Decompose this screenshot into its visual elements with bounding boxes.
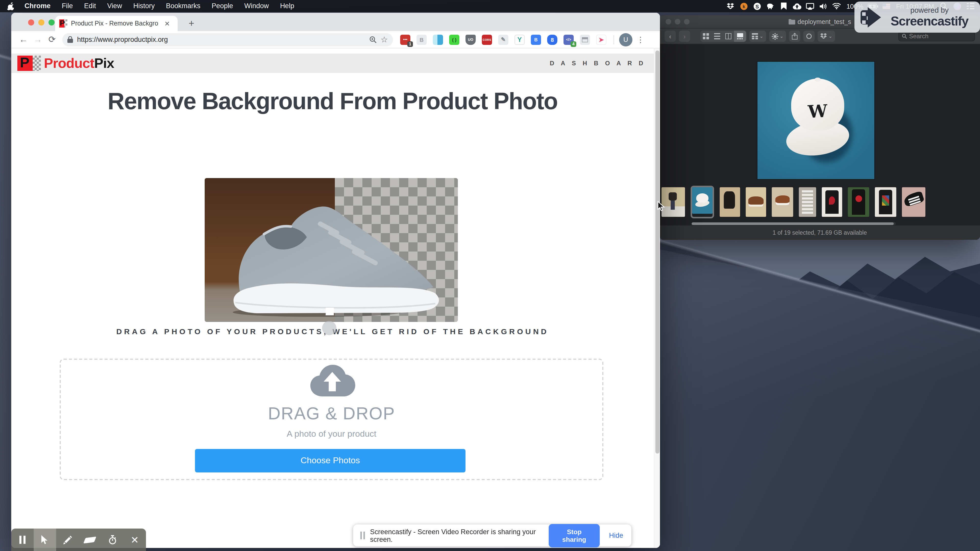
skype-menubar-icon[interactable]: S bbox=[752, 0, 763, 12]
cloud-upload-menubar-icon[interactable] bbox=[791, 0, 803, 12]
extension-cors-icon[interactable]: CORS bbox=[482, 35, 492, 44]
thumbnail-black-tshirt-red[interactable] bbox=[822, 187, 842, 217]
finder-back-button[interactable]: ‹ bbox=[665, 30, 676, 42]
extension-y-logo-icon[interactable]: Y bbox=[514, 35, 525, 44]
extension-buffer-icon[interactable]: B bbox=[417, 35, 427, 44]
pen-tool-button[interactable] bbox=[56, 529, 79, 551]
chrome-window-controls[interactable] bbox=[28, 19, 55, 25]
choose-photos-button[interactable]: Choose Photos bbox=[195, 449, 466, 472]
extension-window-icon[interactable] bbox=[580, 35, 590, 44]
forward-button[interactable]: → bbox=[30, 32, 45, 47]
tab-close-icon[interactable]: ✕ bbox=[164, 20, 170, 27]
logo-p-block: P bbox=[18, 56, 33, 71]
dropbox-toolbar-button[interactable]: ⌄ bbox=[818, 30, 835, 42]
thumbnail-brown-shoe[interactable] bbox=[772, 187, 793, 217]
group-by-button[interactable]: ⌄ bbox=[749, 30, 766, 42]
screencastify-brand-text: Screencastify bbox=[891, 14, 968, 28]
screen-sharing-notification: Screencastify - Screen Video Recorder is… bbox=[353, 524, 632, 546]
scrollbar-thumb[interactable] bbox=[655, 51, 659, 454]
eraser-tool-button[interactable] bbox=[79, 529, 101, 551]
zoom-icon[interactable] bbox=[369, 36, 376, 43]
screencastify-overlay: powered by Screencastify bbox=[854, 2, 980, 33]
thumbnail-black-tshirt-graphic[interactable] bbox=[875, 187, 896, 217]
stop-sharing-button[interactable]: Stop sharing bbox=[549, 524, 600, 547]
pause-recording-button[interactable] bbox=[11, 529, 34, 551]
scrollbar-thumb[interactable] bbox=[692, 222, 894, 225]
extension-arrow-icon[interactable]: ➤ bbox=[596, 35, 606, 44]
extension-ublock-origin-icon[interactable]: UO bbox=[466, 35, 476, 44]
back-button[interactable]: ← bbox=[16, 32, 30, 47]
chrome-scrollbar[interactable] bbox=[654, 48, 660, 548]
menubar-item-help[interactable]: Help bbox=[274, 0, 300, 12]
extension-code-brackets-icon[interactable]: ( ) bbox=[449, 35, 460, 44]
airplay-menubar-icon[interactable] bbox=[805, 0, 816, 12]
menubar-item-edit[interactable]: Edit bbox=[79, 0, 102, 12]
gallery-view-button[interactable] bbox=[734, 30, 746, 42]
column-view-button[interactable] bbox=[723, 30, 734, 42]
url-text[interactable]: https://www.proproductpix.org bbox=[77, 36, 365, 43]
dropbox-menubar-icon[interactable] bbox=[725, 0, 736, 12]
page-title: Remove Background From Product Photo bbox=[11, 87, 654, 115]
menubar-item-people[interactable]: People bbox=[206, 0, 239, 12]
extension-cyan-icon[interactable] bbox=[433, 35, 443, 44]
chrome-menu-icon[interactable]: ⋮ bbox=[636, 35, 645, 44]
volume-menubar-icon[interactable] bbox=[818, 0, 829, 12]
finder-forward-button[interactable]: › bbox=[679, 30, 690, 42]
extension-pen-icon[interactable]: ✎ bbox=[498, 35, 508, 44]
bookmark-star-icon[interactable]: ☆ bbox=[380, 35, 388, 44]
slider-circle-overlay[interactable] bbox=[322, 321, 336, 335]
comparison-slider-handle[interactable] bbox=[326, 308, 334, 315]
before-after-demo-image[interactable] bbox=[205, 178, 458, 322]
thumbnail-brown-shoes[interactable] bbox=[746, 187, 766, 217]
fullscreen-window-button[interactable] bbox=[48, 19, 55, 25]
tag-button[interactable] bbox=[803, 30, 815, 42]
productpix-logo[interactable]: P ProductPix bbox=[18, 56, 114, 71]
ribbon-menubar-icon[interactable] bbox=[778, 0, 789, 12]
brand-text: ProductPix bbox=[44, 56, 114, 71]
nav-dashboard-link[interactable]: D A S H B O A R D bbox=[550, 60, 646, 67]
menubar-item-window[interactable]: Window bbox=[239, 0, 274, 12]
finder-search-field[interactable]: Search bbox=[898, 31, 975, 41]
logo-checkerboard bbox=[33, 56, 41, 71]
thumbnail-white-cap-selected[interactable] bbox=[690, 186, 714, 218]
wifi-menubar-icon[interactable] bbox=[831, 0, 842, 12]
eraser-icon bbox=[83, 536, 96, 543]
list-view-button[interactable] bbox=[711, 30, 723, 42]
upload-dropzone[interactable]: DRAG & DROP A photo of your product Choo… bbox=[60, 359, 603, 480]
menubar-item-file[interactable]: File bbox=[56, 0, 79, 12]
menubar-item-view[interactable]: View bbox=[102, 0, 127, 12]
browser-tab[interactable]: P Product Pix - Remove Backgro ✕ bbox=[55, 16, 178, 31]
thumbnail-black-tshirt-green-bg[interactable] bbox=[848, 187, 869, 217]
address-bar[interactable]: https://www.proproductpix.org ☆ bbox=[62, 33, 393, 46]
extension-onepassword-icon[interactable]: •••1 bbox=[400, 35, 410, 44]
screen: deployment_test_s ‹ › ⌄ bbox=[0, 0, 980, 551]
menubar-item-history[interactable]: History bbox=[127, 0, 160, 12]
cursor-tool-button[interactable] bbox=[34, 529, 56, 551]
minimize-window-button[interactable] bbox=[38, 19, 45, 25]
extension-eight-icon[interactable]: 8 bbox=[547, 35, 557, 44]
close-window-button[interactable] bbox=[28, 19, 34, 25]
thumbnail-black-sneaker[interactable] bbox=[902, 187, 925, 217]
extension-tag-icon[interactable]: B bbox=[531, 35, 541, 44]
apple-menu[interactable] bbox=[0, 2, 19, 10]
new-tab-button[interactable]: + bbox=[185, 17, 198, 30]
hide-link[interactable]: Hide bbox=[609, 532, 623, 539]
notification-message: Screencastify - Screen Video Recorder is… bbox=[370, 528, 544, 543]
finder-search-placeholder: Search bbox=[909, 33, 928, 40]
productpix-favicon: P bbox=[59, 19, 67, 27]
extension-code-icon[interactable]: </>4 bbox=[563, 35, 574, 44]
profile-avatar[interactable]: U bbox=[619, 33, 632, 46]
action-menu-button[interactable]: ⌄ bbox=[769, 30, 786, 42]
menubar-item-bookmarks[interactable]: Bookmarks bbox=[160, 0, 206, 12]
timer-button[interactable] bbox=[101, 529, 124, 551]
keeper-menubar-icon[interactable]: k bbox=[738, 0, 749, 12]
thumbnail-black-boot[interactable] bbox=[720, 187, 740, 217]
animal-app-menubar-icon[interactable] bbox=[765, 0, 776, 12]
thumbnail-striped-shirt[interactable] bbox=[799, 187, 816, 217]
icon-view-button[interactable] bbox=[700, 30, 711, 42]
reload-button[interactable]: ⟳ bbox=[45, 32, 59, 47]
share-button[interactable] bbox=[789, 30, 800, 42]
chrome-toolbar: ← → ⟳ https://www.proproductpix.org ☆ ••… bbox=[11, 31, 660, 48]
menubar-item-chrome[interactable]: Chrome bbox=[19, 0, 56, 12]
close-toolbar-button[interactable]: ✕ bbox=[124, 529, 146, 551]
